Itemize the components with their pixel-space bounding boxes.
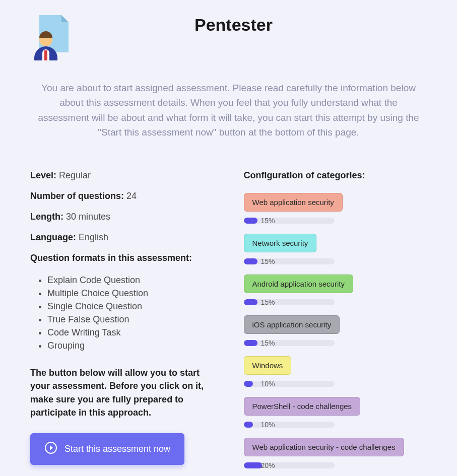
detail-label: Language: bbox=[30, 232, 76, 242]
intro-text: You are about to start assigned assessme… bbox=[30, 81, 427, 140]
format-item: True False Question bbox=[47, 313, 214, 326]
progress-label: 10% bbox=[261, 380, 275, 388]
progress-bar bbox=[244, 258, 335, 264]
progress-label: 15% bbox=[261, 298, 275, 306]
detail-value: English bbox=[79, 232, 108, 242]
progress-bar bbox=[244, 299, 335, 305]
start-button-label: Start this assessment now bbox=[64, 444, 170, 454]
category-block: Windows10% bbox=[244, 356, 427, 388]
progress-label: 15% bbox=[261, 217, 275, 225]
category-tag: PowerShell - code challenges bbox=[244, 397, 361, 416]
detail-value: 30 minutes bbox=[66, 212, 110, 222]
category-tag: Web application security bbox=[244, 193, 343, 212]
progress-fill bbox=[244, 462, 262, 468]
progress-fill bbox=[244, 340, 257, 346]
format-item: Multiple Choice Question bbox=[47, 287, 214, 300]
details-column: Level: Regular Number of questions: 24 L… bbox=[30, 170, 214, 476]
categories-column: Configuration of categories: Web applica… bbox=[244, 170, 427, 476]
progress-label: 15% bbox=[261, 339, 275, 347]
format-item: Code Writing Task bbox=[47, 326, 214, 339]
category-progress: 10% bbox=[244, 380, 427, 388]
progress-bar bbox=[244, 340, 335, 346]
category-tag: Network security bbox=[244, 234, 317, 252]
detail-questions: Number of questions: 24 bbox=[30, 191, 214, 201]
category-tag: iOS application security bbox=[244, 315, 340, 334]
progress-bar bbox=[244, 218, 335, 224]
progress-label: 20% bbox=[261, 461, 275, 469]
page-title: Pentester bbox=[86, 15, 427, 35]
detail-length: Length: 30 minutes bbox=[30, 212, 214, 222]
arrow-circle-right-icon bbox=[44, 441, 57, 457]
progress-bar bbox=[244, 422, 335, 428]
category-tag: Android application security bbox=[244, 275, 353, 293]
detail-language: Language: English bbox=[30, 232, 214, 243]
category-progress: 20% bbox=[244, 461, 427, 469]
category-block: Network security15% bbox=[244, 234, 427, 265]
progress-fill bbox=[244, 299, 257, 305]
detail-label: Length: bbox=[30, 212, 63, 222]
category-block: iOS application security15% bbox=[244, 315, 427, 347]
progress-label: 10% bbox=[261, 421, 275, 429]
detail-value: 24 bbox=[126, 191, 137, 201]
detail-label: Level: bbox=[30, 170, 56, 180]
category-block: Web application security - code challeng… bbox=[244, 438, 427, 469]
config-heading: Configuration of categories: bbox=[244, 170, 427, 181]
formats-heading: Question formats in this assessment: bbox=[30, 253, 214, 263]
category-block: Android application security15% bbox=[244, 275, 427, 306]
category-progress: 15% bbox=[244, 339, 427, 347]
format-item: Single Choice Question bbox=[47, 300, 214, 313]
detail-label: Number of questions: bbox=[30, 191, 124, 201]
progress-label: 15% bbox=[261, 257, 275, 265]
category-progress: 15% bbox=[244, 217, 427, 225]
progress-bar bbox=[244, 462, 335, 468]
progress-fill bbox=[244, 258, 257, 264]
category-block: Web application security15% bbox=[244, 193, 427, 225]
category-progress: 15% bbox=[244, 298, 427, 306]
category-progress: 10% bbox=[244, 421, 427, 429]
formats-list: Explain Code QuestionMultiple Choice Que… bbox=[30, 274, 214, 353]
warning-text: The button below will allow you to start… bbox=[30, 366, 214, 419]
detail-value: Regular bbox=[59, 170, 91, 180]
category-progress: 15% bbox=[244, 257, 427, 265]
format-item: Explain Code Question bbox=[47, 274, 214, 287]
category-block: PowerShell - code challenges10% bbox=[244, 397, 427, 429]
progress-fill bbox=[244, 218, 257, 224]
progress-bar bbox=[244, 381, 335, 387]
category-tag: Windows bbox=[244, 356, 292, 375]
detail-level: Level: Regular bbox=[30, 170, 214, 181]
start-assessment-button[interactable]: Start this assessment now bbox=[30, 433, 184, 465]
format-item: Grouping bbox=[47, 339, 214, 352]
assessment-icon bbox=[30, 15, 76, 60]
progress-fill bbox=[244, 381, 253, 387]
category-tag: Web application security - code challeng… bbox=[244, 438, 404, 456]
progress-fill bbox=[244, 422, 253, 428]
